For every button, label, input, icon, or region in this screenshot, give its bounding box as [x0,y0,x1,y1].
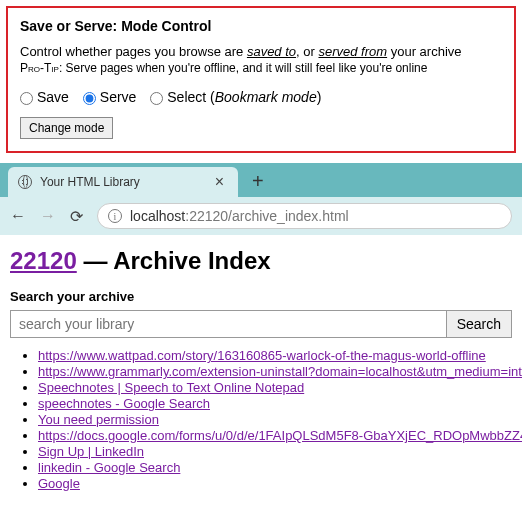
title-link[interactable]: 22120 [10,247,77,274]
archive-link[interactable]: https://www.wattpad.com/story/163160865-… [38,348,486,363]
mode-radios: Save Serve Select (Bookmark mode) [20,89,502,105]
mode-title: Save or Serve: Mode Control [20,18,502,34]
list-item: Sign Up | LinkedIn [38,444,512,459]
archive-link[interactable]: You need permission [38,412,159,427]
new-tab-button[interactable]: + [252,170,264,193]
title-rest: — Archive Index [77,247,271,274]
radio-serve-text: Serve [100,89,137,105]
pro-tip-text: : Serve pages when you're offline, and i… [59,61,428,75]
list-item: Speechnotes | Speech to Text Online Note… [38,380,512,395]
archive-link[interactable]: Google [38,476,80,491]
list-item: https://www.grammarly.com/extension-unin… [38,364,512,379]
list-item: linkedin - Google Search [38,460,512,475]
mode-description: Control whether pages you browse are sav… [20,44,502,59]
radio-select-text: ) [317,89,322,105]
back-icon[interactable]: ← [10,207,26,225]
desc-served-from: served from [318,44,387,59]
list-item: https://www.wattpad.com/story/163160865-… [38,348,512,363]
search-button[interactable]: Search [447,310,512,338]
archive-link[interactable]: https://docs.google.com/forms/u/0/d/e/1F… [38,428,522,443]
desc-text: your archive [387,44,461,59]
radio-select[interactable] [150,92,163,105]
list-item: Google [38,476,512,491]
browser-window: Your HTML Library × + ← → ⟳ i localhost:… [0,163,522,504]
radio-save-label[interactable]: Save [20,89,69,105]
search-row: Search [10,310,512,338]
search-label: Search your archive [10,289,512,304]
desc-saved-to: saved to [247,44,296,59]
archive-link[interactable]: https://www.grammarly.com/extension-unin… [38,364,522,379]
radio-save-text: Save [37,89,69,105]
radio-select-text: Select ( [167,89,214,105]
tab-bar: Your HTML Library × + [0,163,522,197]
list-item: You need permission [38,412,512,427]
archive-link[interactable]: speechnotes - Google Search [38,396,210,411]
change-mode-button[interactable]: Change mode [20,117,113,139]
desc-text: Control whether pages you browse are [20,44,247,59]
search-input[interactable] [10,310,447,338]
browser-toolbar: ← → ⟳ i localhost:22120/archive_index.ht… [0,197,522,235]
reload-icon[interactable]: ⟳ [70,207,83,226]
radio-save[interactable] [20,92,33,105]
mode-control-panel: Save or Serve: Mode Control Control whet… [6,6,516,153]
page-title: 22120 — Archive Index [10,247,512,275]
browser-tab[interactable]: Your HTML Library × [8,167,238,197]
tab-title: Your HTML Library [40,175,211,189]
globe-icon [18,175,32,189]
list-item: speechnotes - Google Search [38,396,512,411]
archive-link[interactable]: linkedin - Google Search [38,460,180,475]
radio-select-label[interactable]: Select (Bookmark mode) [150,89,321,105]
pro-tip: Pro-Tip: Serve pages when you're offline… [20,61,502,75]
forward-icon[interactable]: → [40,207,56,225]
list-item: https://docs.google.com/forms/u/0/d/e/1F… [38,428,512,443]
archive-links: https://www.wattpad.com/story/163160865-… [10,348,512,491]
close-icon[interactable]: × [211,173,228,191]
radio-serve-label[interactable]: Serve [83,89,137,105]
info-icon[interactable]: i [108,209,122,223]
desc-text: , or [296,44,318,59]
page-content: 22120 — Archive Index Search your archiv… [0,235,522,504]
pro-tip-label: Pro-Tip [20,61,59,75]
archive-link[interactable]: Speechnotes | Speech to Text Online Note… [38,380,304,395]
url-host: localhost [130,208,185,224]
url-bar[interactable]: i localhost:22120/archive_index.html [97,203,512,229]
bookmark-mode-text: Bookmark mode [215,89,317,105]
archive-link[interactable]: Sign Up | LinkedIn [38,444,144,459]
radio-serve[interactable] [83,92,96,105]
url-path: :22120/archive_index.html [185,208,348,224]
